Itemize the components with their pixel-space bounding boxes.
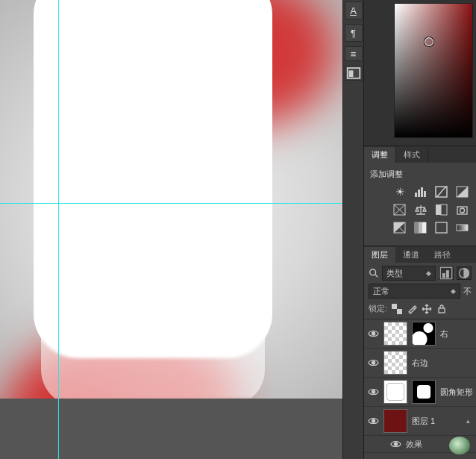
layers-panel: 图层 通道 路径 类型◆ 正常◆ 不 锁 [364,246,476,459]
svg-rect-19 [457,225,468,231]
svg-rect-4 [421,187,423,197]
svg-point-20 [370,269,376,275]
tab-styles[interactable]: 样式 [396,147,428,163]
filter-search-icon [369,268,379,278]
panel-menu-icon[interactable]: ≡ [345,46,363,61]
layer-thumbnail[interactable] [383,380,407,404]
opacity-label: 不 [463,286,472,297]
layer-mask[interactable] [412,380,436,404]
svg-rect-9 [436,204,441,215]
layer-row[interactable]: 图层 1 ▴ [364,407,476,436]
svg-rect-16 [419,222,422,233]
blend-mode-dropdown[interactable]: 正常◆ [369,284,460,299]
layer-row[interactable]: 右边 [364,349,476,378]
rounded-rect-front [41,63,265,407]
tab-channels[interactable]: 通道 [395,247,427,263]
visibility-toggle[interactable] [389,438,401,450]
photo-filter-icon[interactable] [455,204,470,216]
visibility-toggle[interactable] [367,328,379,340]
layer-row[interactable]: 圆角矩形 [364,378,476,407]
svg-point-33 [394,443,397,446]
paragraph-panel-icon[interactable]: ¶ [345,24,363,42]
vibrance-icon[interactable] [392,204,407,216]
visibility-toggle[interactable] [367,415,379,427]
layer-thumbnail[interactable] [383,322,407,346]
adjust-tabs: 调整 样式 [364,146,476,163]
balance-icon[interactable] [413,204,428,216]
filter-pixel-icon[interactable] [439,266,454,280]
guide-horizontal[interactable] [0,203,342,204]
svg-rect-17 [422,222,426,233]
collapsed-panel-strip: A ¶ ≡ [342,0,364,459]
fx-toggle-icon[interactable]: ▴ [466,417,473,425]
adjust-title: 添加调整 [370,169,470,180]
adjust-row-1: ☀ [370,186,470,198]
svg-rect-28 [439,308,445,313]
character-panel-icon[interactable]: A [345,1,363,19]
adjust-row-3 [370,222,470,234]
canvas-pasteboard [0,399,342,459]
curves-icon[interactable] [434,186,449,198]
filter-kind-dropdown[interactable]: 类型◆ [382,266,436,281]
svg-rect-27 [397,309,402,314]
layer-name[interactable]: 右边 [412,357,428,369]
svg-rect-23 [446,270,449,278]
color-field-cursor[interactable] [425,37,433,46]
lock-label: 锁定: [369,303,387,314]
chevron-down-icon: ◆ [451,287,456,295]
svg-point-12 [460,208,465,213]
exposure-icon[interactable] [455,186,470,198]
bw-icon[interactable] [434,204,449,216]
app-root: A ¶ ≡ 调整 样式 添加调整 [0,0,476,459]
svg-rect-22 [442,273,445,278]
artboard[interactable] [0,0,342,399]
tab-adjustments[interactable]: 调整 [364,147,396,163]
layers-tabs: 图层 通道 路径 [364,246,476,263]
decorative-blob [449,437,470,455]
tab-paths[interactable]: 路径 [427,247,458,263]
gradient-map-icon[interactable] [455,222,470,234]
brightness-icon[interactable]: ☀ [392,186,407,198]
canvas[interactable] [0,0,342,459]
layer-thumbnail[interactable] [383,409,407,433]
layer-controls: 类型◆ 正常◆ 不 锁定: [364,263,476,319]
lock-all-icon[interactable] [436,304,447,314]
svg-point-32 [372,419,375,422]
lock-brush-icon[interactable] [407,304,417,314]
svg-point-31 [372,390,375,393]
invert-icon[interactable] [392,222,407,234]
svg-rect-26 [392,304,397,309]
filter-adjust-icon[interactable] [457,266,472,280]
color-field[interactable] [394,3,473,138]
right-area: A ¶ ≡ 调整 样式 添加调整 [342,0,476,459]
svg-rect-2 [415,193,417,197]
lock-move-icon[interactable] [422,304,432,314]
layer-thumbnail[interactable] [383,351,407,375]
threshold-icon[interactable] [434,222,449,234]
posterize-icon[interactable] [413,222,428,234]
levels-icon[interactable] [413,186,428,198]
svg-point-30 [372,361,375,364]
adjustments-panel: 调整 样式 添加调整 ☀ [364,146,476,246]
adjust-row-2 [370,204,470,216]
svg-rect-5 [424,191,426,197]
tab-layers[interactable]: 图层 [364,247,395,263]
panel-extra-icon[interactable] [345,66,363,81]
svg-rect-18 [436,222,447,233]
panels-column: 调整 样式 添加调整 ☀ [364,0,476,459]
guide-vertical[interactable] [58,0,59,459]
svg-rect-10 [441,204,447,215]
svg-rect-3 [418,190,420,197]
svg-rect-1 [349,71,352,76]
layer-name[interactable]: 右 [440,328,448,340]
lock-transparent-icon[interactable] [392,304,402,314]
layer-mask[interactable] [412,322,436,346]
visibility-toggle[interactable] [367,386,379,398]
layer-row[interactable]: 右 [364,319,476,349]
visibility-toggle[interactable] [367,357,379,369]
color-picker-panel [364,0,476,146]
layer-fx-label: 效果 [406,439,422,450]
svg-point-29 [372,332,375,335]
layer-name[interactable]: 图层 1 [412,416,435,427]
layer-name[interactable]: 圆角矩形 [440,387,473,398]
